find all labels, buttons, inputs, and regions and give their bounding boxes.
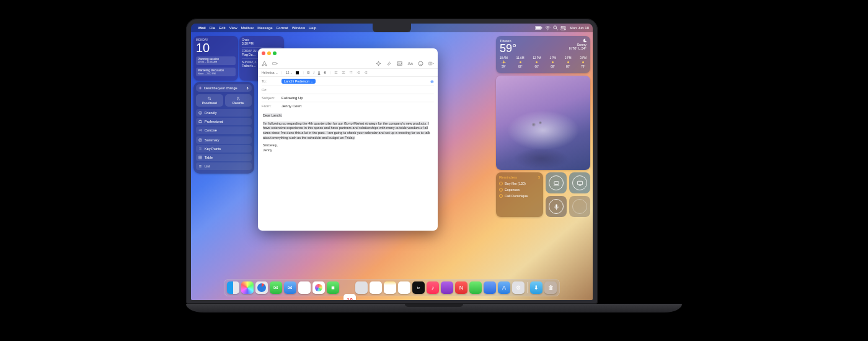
from-field[interactable]: Jenny Court: [281, 104, 301, 108]
shortcut-tile[interactable]: [546, 172, 567, 193]
live-text-button[interactable]: [428, 61, 434, 66]
dock-app-news[interactable]: N: [455, 281, 467, 294]
menu-app[interactable]: Mail: [198, 26, 206, 30]
dock-app-notes[interactable]: [384, 281, 396, 294]
wifi-icon[interactable]: [545, 26, 551, 30]
minimize-button[interactable]: [267, 51, 271, 55]
weather-temp: 59°: [500, 43, 516, 54]
menu-edit[interactable]: Edit: [219, 26, 225, 30]
transform-keypoints[interactable]: Key Points: [196, 145, 252, 153]
dock-app-launchpad[interactable]: [241, 281, 254, 294]
dock-app-maps[interactable]: ➤: [298, 281, 311, 294]
calendar-event[interactable]: Planning session 10:30 – 11:00 AM: [196, 56, 236, 65]
size-select[interactable]: 12⌄: [286, 71, 293, 74]
weather-widget[interactable]: Tiburon 59° Sunny H:70° L:54° 10 AM59° 1…: [496, 36, 590, 73]
transform-list[interactable]: List: [196, 162, 252, 170]
reminder-item[interactable]: Call Dominique: [499, 194, 540, 198]
menubar-date[interactable]: Mon Jun 10: [570, 26, 589, 30]
shortcut-tile[interactable]: [546, 196, 567, 217]
align-center-icon[interactable]: [342, 71, 345, 74]
transform-summary[interactable]: Summary: [196, 136, 252, 144]
laptop-icon: [553, 180, 560, 187]
reminder-item[interactable]: Buy film (120): [499, 182, 540, 185]
writing-tools-prompt[interactable]: Describe your change: [196, 84, 252, 92]
rewrite-button[interactable]: Rewrite: [225, 94, 252, 107]
dock-app-photos[interactable]: [312, 281, 325, 294]
photo-widget[interactable]: [496, 76, 590, 170]
dock-app-calendar[interactable]: 10: [343, 294, 356, 300]
close-button[interactable]: [262, 51, 265, 55]
strike-button[interactable]: S: [324, 71, 326, 74]
svg-point-40: [420, 63, 420, 63]
attach-button[interactable]: [386, 61, 392, 66]
format-button[interactable]: Aa: [407, 61, 413, 66]
calendar-day: 10: [196, 42, 236, 54]
control-center-icon[interactable]: [560, 26, 566, 30]
svg-rect-35: [556, 204, 557, 208]
spotlight-icon[interactable]: [553, 25, 558, 30]
menu-view[interactable]: View: [229, 26, 237, 30]
calendar-event[interactable]: Marketing discussion Noon – 2:00 PM: [196, 68, 236, 76]
font-select[interactable]: Helvetica⌄: [262, 71, 278, 74]
subject-field[interactable]: Following Up: [281, 96, 303, 100]
dock-app-mail[interactable]: ✉︎: [284, 281, 296, 294]
underline-button[interactable]: U: [318, 71, 321, 74]
dock-app-finder[interactable]: [227, 281, 239, 294]
indent-icon[interactable]: [356, 71, 360, 74]
outdent-icon[interactable]: [364, 71, 368, 74]
dock-app-tv[interactable]: tv: [412, 281, 425, 294]
window-titlebar[interactable]: [258, 48, 438, 58]
dock-app-podcasts[interactable]: [441, 281, 453, 294]
dock-app-music[interactable]: ♪: [427, 281, 439, 294]
align-left-icon[interactable]: [334, 71, 338, 74]
dock-app-freeform[interactable]: [398, 281, 410, 294]
menu-window[interactable]: Window: [292, 26, 305, 30]
shortcut-tile[interactable]: [569, 196, 590, 217]
color-swatch[interactable]: [296, 71, 299, 74]
dock-downloads[interactable]: ⬇︎: [530, 281, 542, 294]
svg-point-43: [350, 71, 350, 72]
dock-app-safari[interactable]: [255, 281, 268, 294]
photo-button[interactable]: [397, 61, 402, 66]
sparkle-icon: [198, 86, 202, 90]
style-professional[interactable]: Professional: [196, 118, 252, 125]
svg-point-29: [567, 61, 569, 63]
dock-app-keynote[interactable]: [484, 281, 496, 294]
bold-button[interactable]: B: [308, 71, 310, 74]
to-recipient-token[interactable]: Lanchi Pederson: [281, 79, 316, 84]
header-dropdown[interactable]: [272, 61, 278, 66]
dock-app-numbers[interactable]: [469, 281, 482, 294]
menu-message[interactable]: Message: [257, 26, 272, 30]
dock-app-appstore[interactable]: A: [498, 281, 510, 294]
transform-table[interactable]: Table: [196, 154, 252, 161]
zoom-button[interactable]: [273, 51, 277, 55]
style-concise[interactable]: Concise: [196, 126, 252, 134]
battery-icon[interactable]: [535, 26, 542, 30]
reminder-item[interactable]: Expenses: [499, 188, 540, 192]
writing-tools-button[interactable]: [376, 61, 381, 66]
calendar-widget[interactable]: MONDAY 10 Planning session 10:30 – 11:00…: [193, 36, 238, 81]
dock-app-settings[interactable]: ⚙︎: [512, 281, 525, 294]
add-recipient-button[interactable]: ⊕: [430, 79, 434, 84]
menu-mailbox[interactable]: Mailbox: [241, 26, 254, 30]
dock-app-contacts[interactable]: [355, 281, 368, 294]
bullet-list-icon[interactable]: [349, 71, 353, 74]
shortcut-tile[interactable]: [569, 172, 590, 193]
dock-app-reminders[interactable]: [370, 281, 382, 294]
moon-icon: [583, 38, 587, 43]
emoji-button[interactable]: [418, 61, 423, 66]
menu-format[interactable]: Format: [277, 26, 288, 30]
mail-body[interactable]: Dear Lanchi, I'm following up regarding …: [258, 110, 438, 157]
dock-app-facetime[interactable]: ■: [327, 281, 339, 294]
menu-file[interactable]: File: [210, 26, 216, 30]
send-button[interactable]: [262, 61, 267, 66]
dock-trash[interactable]: 🗑︎: [544, 281, 557, 294]
proofread-button[interactable]: Proofread: [196, 94, 223, 107]
italic-button[interactable]: I: [313, 71, 314, 74]
menu-help[interactable]: Help: [309, 26, 316, 30]
reminders-widget[interactable]: Reminders 3 Buy film (120) Expenses Call…: [496, 172, 543, 217]
mic-icon[interactable]: [246, 87, 249, 90]
style-friendly[interactable]: Friendly: [196, 109, 252, 117]
weather-hourly: 10 AM59° 11 AM62° 12 PM66° 1 PM68° 2 PM6…: [500, 56, 587, 68]
dock-app-messages[interactable]: ✉︎: [270, 281, 282, 294]
